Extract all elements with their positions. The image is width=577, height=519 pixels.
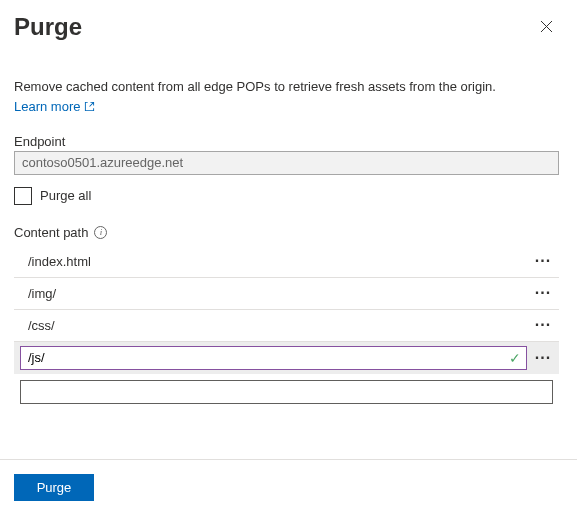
close-icon xyxy=(540,20,553,33)
path-value: /css/ xyxy=(16,318,529,333)
valid-check-icon: ✓ xyxy=(509,350,521,366)
row-menu-button[interactable]: ··· xyxy=(529,252,557,270)
purge-all-label: Purge all xyxy=(40,188,91,203)
row-menu-button[interactable]: ··· xyxy=(529,284,557,302)
content-path-list: /index.html ··· /img/ ··· /css/ ··· ✓ ··… xyxy=(14,246,559,404)
endpoint-field xyxy=(14,151,559,175)
content-path-label: Content path xyxy=(14,225,88,240)
learn-more-label: Learn more xyxy=(14,99,80,114)
close-button[interactable] xyxy=(534,16,559,39)
path-row[interactable]: /index.html ··· xyxy=(14,246,559,278)
path-input[interactable] xyxy=(20,346,527,370)
path-value: /index.html xyxy=(16,254,529,269)
endpoint-label: Endpoint xyxy=(14,134,559,149)
path-value: /img/ xyxy=(16,286,529,301)
page-title: Purge xyxy=(14,14,82,40)
purge-all-checkbox[interactable] xyxy=(14,187,32,205)
path-row-editing[interactable]: ✓ ··· xyxy=(14,342,559,374)
info-icon[interactable]: i xyxy=(94,226,107,239)
path-row[interactable]: /img/ ··· xyxy=(14,278,559,310)
learn-more-link[interactable]: Learn more xyxy=(14,99,95,114)
description-text: Remove cached content from all edge POPs… xyxy=(14,78,559,96)
row-menu-button[interactable]: ··· xyxy=(529,349,557,367)
path-input-blank[interactable] xyxy=(20,380,553,404)
row-menu-button[interactable]: ··· xyxy=(529,316,557,334)
purge-button[interactable]: Purge xyxy=(14,474,94,501)
external-link-icon xyxy=(84,101,95,112)
path-row[interactable]: /css/ ··· xyxy=(14,310,559,342)
